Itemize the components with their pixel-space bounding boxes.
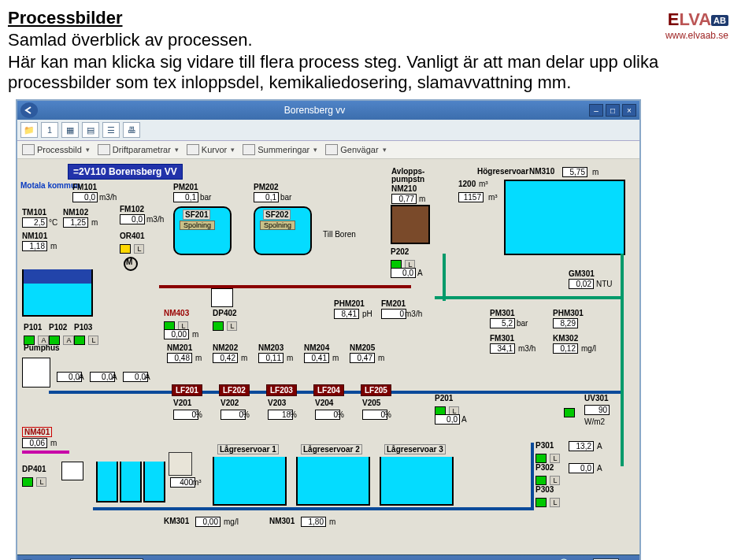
tag-fm102[interactable]: FM102: [120, 205, 144, 213]
tag-p102[interactable]: P102: [49, 323, 67, 332]
lamp-p302[interactable]: [536, 476, 547, 485]
val-fm102[interactable]: 0,0: [120, 214, 145, 224]
tag-nm403[interactable]: NM403: [164, 309, 189, 317]
lamp-uv301[interactable]: [564, 408, 575, 417]
tag-nm401[interactable]: NM401: [22, 427, 52, 437]
menu-kurvor[interactable]: Kurvor: [187, 144, 235, 155]
btn-p101[interactable]: A: [38, 336, 49, 345]
chart-icon[interactable]: ▤: [82, 122, 99, 138]
val-nm202[interactable]: 0,42: [213, 353, 238, 363]
btn-lf205[interactable]: LF205: [361, 384, 391, 396]
val-p301[interactable]: 13,2: [569, 441, 594, 451]
tag-fm101[interactable]: FM101: [72, 183, 97, 191]
val-nm401[interactable]: 0,06: [22, 438, 47, 448]
btn-dp402[interactable]: L: [227, 321, 237, 331]
val-gm301[interactable]: 0,02: [569, 279, 594, 289]
btn-lf204[interactable]: LF204: [313, 384, 344, 396]
val-nm403[interactable]: 0,00: [164, 329, 189, 339]
tag-dp401[interactable]: DP401: [22, 465, 46, 473]
tag-nm204[interactable]: NM204: [304, 343, 329, 352]
print-icon[interactable]: 🖶: [123, 122, 140, 138]
btn-sf201-spolning[interactable]: Spolning: [180, 221, 215, 230]
btn-lf203[interactable]: LF203: [266, 384, 297, 396]
tag-dp402[interactable]: DP402: [213, 309, 237, 317]
val-phm301[interactable]: 8,29: [553, 318, 578, 328]
tank-s1[interactable]: [96, 462, 118, 503]
cube-box[interactable]: [169, 452, 192, 476]
one-icon[interactable]: 1: [41, 122, 58, 138]
tag-pm301[interactable]: PM301: [490, 309, 515, 317]
tag-v204[interactable]: V204: [315, 399, 333, 407]
minimize-button[interactable]: –: [589, 104, 603, 117]
tag-nm101[interactable]: NM101: [22, 232, 47, 240]
dp401-box[interactable]: [61, 462, 83, 480]
val-uv301[interactable]: 90: [584, 405, 610, 415]
tag-p303[interactable]: P303: [536, 485, 554, 494]
tag-p202[interactable]: P202: [391, 247, 409, 256]
tag-phm201[interactable]: PHM201: [334, 299, 365, 308]
val-hogres-2[interactable]: 1157: [458, 192, 484, 202]
tank-avlopps[interactable]: [391, 205, 430, 244]
lamp-p303[interactable]: [536, 498, 547, 507]
tank-s2[interactable]: [120, 462, 142, 503]
tag-p201[interactable]: P201: [435, 394, 453, 402]
lamp-dp402[interactable]: [213, 321, 224, 331]
val-nm203[interactable]: 0,11: [258, 353, 284, 363]
tag-km302[interactable]: KM302: [553, 334, 578, 343]
tag-nm210[interactable]: NM210: [391, 184, 417, 193]
tag-nm202[interactable]: NM202: [213, 343, 238, 352]
tag-p301[interactable]: P301: [536, 441, 554, 450]
tag-nm205[interactable]: NM205: [350, 343, 375, 352]
lamp-or401[interactable]: [120, 244, 131, 254]
tag-pm202[interactable]: PM202: [254, 183, 279, 191]
tag-v203[interactable]: V203: [268, 399, 286, 407]
btn-sf202-spolning[interactable]: Spolning: [260, 221, 295, 230]
tag-tm101[interactable]: TM101: [22, 208, 46, 217]
val-nm102[interactable]: 1,25: [63, 217, 88, 228]
tag-v202[interactable]: V202: [220, 399, 239, 407]
lamp-dp401[interactable]: [22, 477, 33, 487]
val-nm210[interactable]: 0,77: [391, 194, 417, 204]
lamp-p102[interactable]: [49, 336, 60, 345]
val-p202[interactable]: 0,0: [391, 268, 416, 278]
val-nm201[interactable]: 0,48: [167, 353, 192, 363]
tag-p302[interactable]: P302: [536, 463, 554, 472]
tank-lag3[interactable]: [380, 457, 454, 506]
tank-hogres[interactable]: [504, 180, 625, 255]
val-tm101[interactable]: 2,5: [22, 217, 47, 228]
tank-s3[interactable]: [143, 462, 165, 503]
tank-inlet[interactable]: [22, 284, 93, 317]
btn-p102[interactable]: A: [63, 336, 74, 345]
tag-nm203[interactable]: NM203: [258, 343, 284, 352]
tag-nm301[interactable]: NM301: [269, 517, 295, 525]
menu-processbild[interactable]: Processbild: [22, 144, 90, 155]
tag-phm301[interactable]: PHM301: [553, 309, 584, 317]
lamp-p101[interactable]: [24, 336, 35, 345]
val-nm205[interactable]: 0,47: [350, 353, 375, 363]
folder-icon[interactable]: 📁: [20, 122, 38, 138]
btn-lf201[interactable]: LF201: [172, 384, 202, 396]
tag-p101[interactable]: P101: [24, 323, 42, 332]
btn-p103[interactable]: L: [88, 336, 98, 345]
btn-dp401[interactable]: L: [36, 477, 46, 487]
val-fm201[interactable]: 0: [381, 309, 406, 319]
list-icon[interactable]: ☰: [102, 122, 120, 138]
val-nm301[interactable]: 1,80: [301, 517, 326, 527]
val-p201[interactable]: 0,0: [435, 414, 460, 425]
grid-icon[interactable]: ▦: [61, 122, 79, 138]
tag-v205[interactable]: V205: [362, 399, 380, 407]
menu-driftparametrar[interactable]: Driftparametrar: [98, 144, 179, 155]
btn-p303[interactable]: L: [550, 498, 560, 507]
menu-summeringar[interactable]: Summeringar: [243, 144, 317, 155]
lamp-p301[interactable]: [536, 454, 547, 463]
val-phm201[interactable]: 8,41: [334, 309, 359, 319]
tag-fm201[interactable]: FM201: [381, 299, 406, 308]
tank-lag2[interactable]: [296, 457, 370, 506]
tank-lag1[interactable]: [213, 457, 287, 506]
tag-pm201[interactable]: PM201: [173, 183, 198, 191]
val-pm301[interactable]: 5,2: [490, 318, 515, 328]
tag-nm102[interactable]: NM102: [63, 208, 88, 217]
val-km301[interactable]: 0,00: [195, 517, 220, 527]
tag-uv301[interactable]: UV301: [584, 394, 609, 402]
val-fm301[interactable]: 34,1: [490, 343, 515, 354]
